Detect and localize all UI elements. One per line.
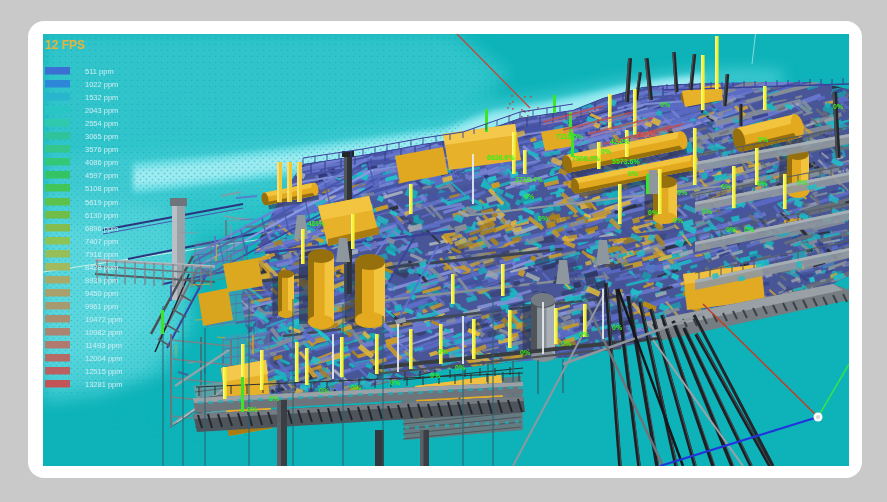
svg-text:0%: 0% bbox=[319, 387, 330, 394]
svg-text:2043 ppm: 2043 ppm bbox=[85, 106, 118, 115]
svg-text:0%: 0% bbox=[524, 193, 535, 200]
svg-text:8428 ppm: 8428 ppm bbox=[85, 263, 118, 272]
svg-text:0%: 0% bbox=[726, 226, 737, 233]
svg-text:7918 ppm: 7918 ppm bbox=[85, 250, 118, 259]
svg-text:0%: 0% bbox=[269, 395, 280, 402]
svg-text:0%: 0% bbox=[721, 183, 732, 190]
svg-text:7407 ppm: 7407 ppm bbox=[85, 237, 118, 246]
svg-text:4086 ppm: 4086 ppm bbox=[85, 158, 118, 167]
svg-text:12 FPS: 12 FPS bbox=[45, 38, 85, 52]
svg-text:0%: 0% bbox=[601, 148, 612, 155]
svg-text:8939 ppm: 8939 ppm bbox=[85, 276, 118, 285]
svg-text:0%: 0% bbox=[702, 208, 713, 215]
svg-text:0%: 0% bbox=[455, 364, 466, 371]
svg-text:0%: 0% bbox=[390, 379, 401, 386]
svg-text:7116.5%: 7116.5% bbox=[556, 133, 584, 140]
svg-text:0%: 0% bbox=[579, 331, 590, 338]
svg-text:10472 ppm: 10472 ppm bbox=[85, 315, 123, 324]
svg-text:7906.3%: 7906.3% bbox=[572, 155, 600, 162]
svg-text:0%: 0% bbox=[660, 101, 671, 108]
svg-text:0%: 0% bbox=[520, 349, 531, 356]
svg-text:489%: 489% bbox=[308, 220, 325, 227]
svg-text:0%: 0% bbox=[561, 340, 572, 347]
svg-text:0%: 0% bbox=[247, 406, 258, 413]
svg-text:6130 ppm: 6130 ppm bbox=[85, 211, 118, 220]
svg-text:5108 ppm: 5108 ppm bbox=[85, 184, 118, 193]
svg-text:13281 ppm: 13281 ppm bbox=[85, 380, 123, 389]
svg-text:0%: 0% bbox=[538, 215, 549, 222]
svg-text:12515 ppm: 12515 ppm bbox=[85, 367, 123, 376]
svg-text:42.2%: 42.2% bbox=[610, 138, 631, 145]
svg-text:0%: 0% bbox=[744, 226, 755, 233]
svg-text:3718.4%: 3718.4% bbox=[515, 176, 543, 183]
svg-text:10982 ppm: 10982 ppm bbox=[85, 328, 123, 337]
svg-text:0%: 0% bbox=[351, 384, 362, 391]
svg-text:0%: 0% bbox=[677, 189, 688, 196]
svg-text:3065 ppm: 3065 ppm bbox=[85, 132, 118, 141]
svg-text:0%: 0% bbox=[648, 209, 659, 216]
svg-text:0%: 0% bbox=[612, 324, 623, 331]
svg-text:1022 ppm: 1022 ppm bbox=[85, 80, 118, 89]
svg-text:11493 ppm: 11493 ppm bbox=[85, 341, 122, 350]
svg-text:5619 ppm: 5619 ppm bbox=[85, 198, 118, 207]
svg-text:0%: 0% bbox=[758, 136, 769, 143]
svg-text:0%: 0% bbox=[673, 217, 684, 224]
svg-text:0%: 0% bbox=[430, 372, 441, 379]
svg-text:6636.6%: 6636.6% bbox=[487, 154, 515, 161]
svg-text:0%: 0% bbox=[797, 179, 808, 186]
svg-text:5573.6%: 5573.6% bbox=[612, 158, 640, 165]
svg-text:511 ppm: 511 ppm bbox=[85, 67, 114, 76]
svg-text:0%: 0% bbox=[757, 180, 768, 187]
svg-text:4597 ppm: 4597 ppm bbox=[85, 171, 118, 180]
svg-text:0%: 0% bbox=[438, 348, 449, 355]
svg-text:9450 ppm: 9450 ppm bbox=[85, 289, 118, 298]
svg-text:2554 ppm: 2554 ppm bbox=[85, 119, 118, 128]
svg-text:9961 ppm: 9961 ppm bbox=[85, 302, 118, 311]
svg-text:0%: 0% bbox=[833, 103, 844, 110]
svg-text:73.2%: 73.2% bbox=[636, 131, 657, 138]
svg-text:3576 ppm: 3576 ppm bbox=[85, 145, 118, 154]
svg-text:6896 ppm: 6896 ppm bbox=[85, 224, 118, 233]
svg-text:1532 ppm: 1532 ppm bbox=[85, 93, 118, 102]
svg-text:0%: 0% bbox=[628, 170, 639, 177]
svg-text:12004 ppm: 12004 ppm bbox=[85, 354, 123, 363]
